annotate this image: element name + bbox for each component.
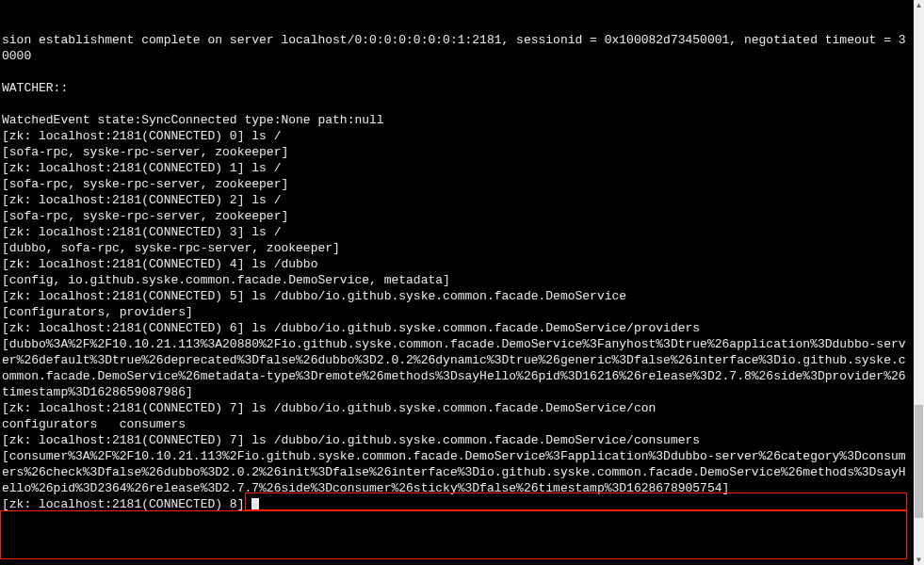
terminal-output: sion establishment complete on server lo… [2, 32, 912, 512]
vertical-scrollbar[interactable]: ▲ ▼ [914, 0, 924, 565]
scroll-down-arrow-icon[interactable]: ▼ [914, 555, 924, 565]
terminal-cursor [251, 498, 259, 511]
scrollbar-thumb[interactable] [915, 405, 923, 518]
annotation-highlight-output [0, 510, 907, 559]
terminal-window[interactable]: sion establishment complete on server lo… [0, 0, 914, 565]
scroll-up-arrow-icon[interactable]: ▲ [914, 0, 924, 10]
